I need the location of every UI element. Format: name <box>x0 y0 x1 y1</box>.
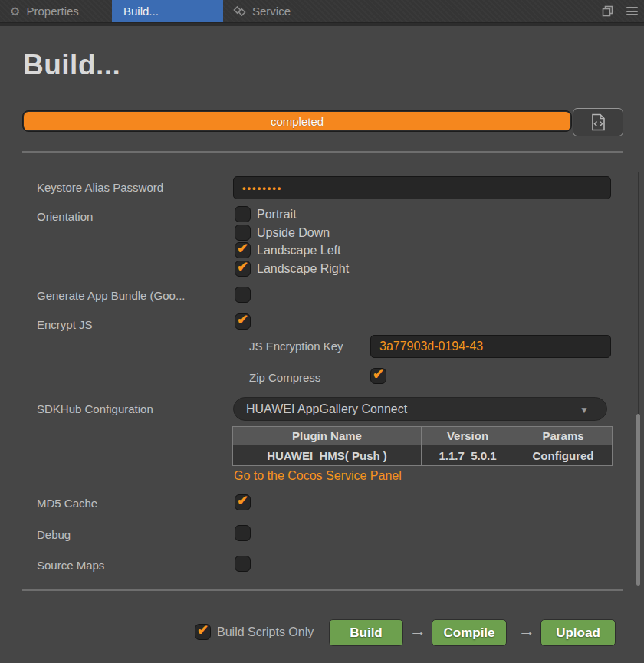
plugin-version-cell: 1.1.7_5.0.1 <box>422 445 514 466</box>
upload-button[interactable]: Upload <box>540 619 616 646</box>
orientation-label: Orientation <box>37 210 93 223</box>
debug-checkbox[interactable] <box>235 525 251 541</box>
table-row: HUAWEI_HMS( Push ) 1.1.7_5.0.1 Configure… <box>233 445 613 466</box>
tab-build-label: Build... <box>123 5 159 18</box>
gear-icon: ⚙ <box>10 5 20 17</box>
check-icon: ✔ <box>371 366 386 382</box>
plugins-table: Plugin Name Version Params HUAWEI_HMS( P… <box>232 426 613 466</box>
build-button[interactable]: Build <box>329 619 403 646</box>
plugins-header-params: Params <box>514 427 613 445</box>
arrow-right-icon: → <box>409 621 426 641</box>
build-scripts-only-checkbox[interactable]: ✔ <box>195 624 211 640</box>
encrypt-js-checkbox[interactable]: ✔ <box>235 313 251 330</box>
md5-cache-checkbox[interactable]: ✔ <box>235 494 251 510</box>
check-icon: ✔ <box>196 622 210 638</box>
orientation-portrait-checkbox[interactable] <box>235 206 251 222</box>
js-encryption-key-input[interactable] <box>370 335 611 358</box>
service-icon <box>233 5 246 17</box>
page-title: Build... <box>23 49 120 81</box>
js-encryption-key-label: JS Encryption Key <box>249 340 343 353</box>
tab-build[interactable]: Build... <box>112 0 223 22</box>
sdkhub-configuration-select[interactable]: HUAWEI AppGallery Connect ▼ <box>233 397 607 421</box>
plugins-table-header-row: Plugin Name Version Params <box>233 427 613 445</box>
source-maps-checkbox[interactable] <box>235 556 251 572</box>
open-build-log-button[interactable] <box>573 108 623 136</box>
orientation-landscape-right-checkbox[interactable]: ✔ <box>235 261 251 277</box>
orientation-upside-down-label: Upside Down <box>257 226 330 240</box>
compile-button[interactable]: Compile <box>432 619 507 646</box>
scrollbar-thumb[interactable] <box>636 414 640 586</box>
orientation-landscape-right-label: Landscape Right <box>257 262 349 276</box>
check-icon: ✔ <box>235 493 250 509</box>
plugin-params-cell: Configured <box>514 445 613 466</box>
encrypt-js-label: Encrypt JS <box>37 318 93 331</box>
chevron-down-icon: ▼ <box>580 405 589 415</box>
cocos-service-panel-link[interactable]: Go to the Cocos Service Panel <box>234 469 402 483</box>
zip-compress-checkbox[interactable]: ✔ <box>370 368 386 384</box>
build-scripts-only-label: Build Scripts Only <box>217 625 314 639</box>
check-icon: ✔ <box>235 259 250 275</box>
window-controls <box>602 0 644 22</box>
build-progress-bar: completed <box>22 110 572 132</box>
tabbar-divider <box>0 22 644 26</box>
tab-service-label: Service <box>252 5 291 18</box>
generate-app-bundle-checkbox[interactable] <box>235 287 251 303</box>
generate-app-bundle-label: Generate App Bundle (Goo... <box>37 289 185 302</box>
sdkhub-selected-value: HUAWEI AppGallery Connect <box>246 402 407 416</box>
plugin-name-cell: HUAWEI_HMS( Push ) <box>233 445 422 466</box>
arrow-right-icon: → <box>518 621 535 641</box>
plugins-header-plugin-name: Plugin Name <box>233 427 422 445</box>
orientation-landscape-left-checkbox[interactable]: ✔ <box>235 242 251 258</box>
source-maps-label: Source Maps <box>37 559 104 572</box>
divider-bottom <box>22 589 623 591</box>
file-code-icon <box>591 113 606 131</box>
build-panel: ⚙ Properties Build... Service <box>0 0 644 663</box>
orientation-upside-down-checkbox[interactable] <box>235 225 251 241</box>
orientation-landscape-left-label: Landscape Left <box>257 244 340 258</box>
restore-panel-icon[interactable] <box>602 5 613 17</box>
check-icon: ✔ <box>235 312 250 328</box>
tab-bar: ⚙ Properties Build... Service <box>0 0 644 22</box>
debug-label: Debug <box>37 528 71 541</box>
keystore-alias-password-label: Keystore Alias Password <box>37 181 163 194</box>
zip-compress-label: Zip Compress <box>249 371 320 384</box>
check-icon: ✔ <box>235 241 250 257</box>
orientation-portrait-label: Portrait <box>257 208 297 222</box>
tab-service[interactable]: Service <box>223 0 330 22</box>
menu-icon[interactable] <box>626 7 638 15</box>
sdkhub-configuration-label: SDKHub Configuration <box>37 402 153 415</box>
build-progress-status: completed <box>23 111 571 131</box>
tab-properties[interactable]: ⚙ Properties <box>0 0 112 22</box>
md5-cache-label: MD5 Cache <box>37 497 97 510</box>
divider-top <box>22 151 623 153</box>
plugins-header-version: Version <box>422 427 514 445</box>
tab-properties-label: Properties <box>26 5 78 18</box>
keystore-alias-password-input[interactable] <box>233 176 611 199</box>
